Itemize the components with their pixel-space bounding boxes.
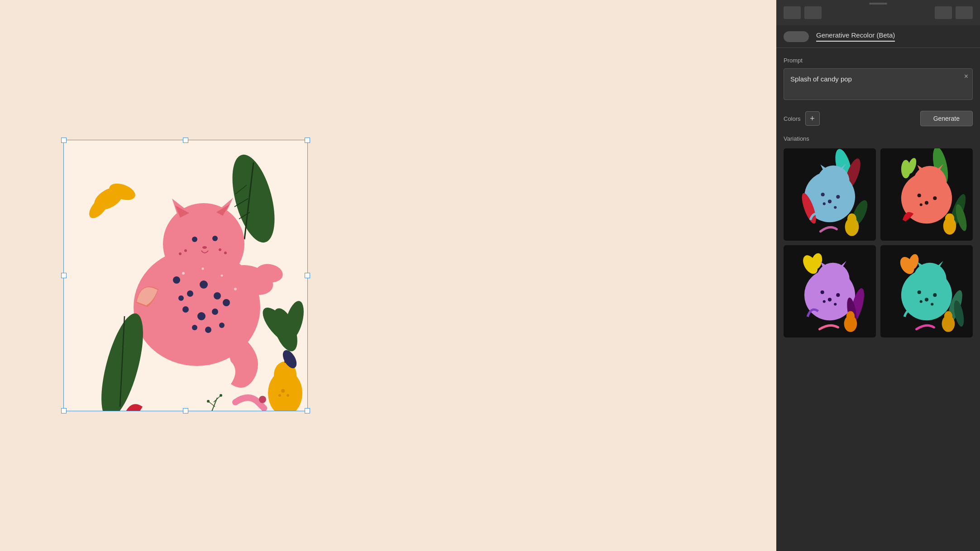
toolbar-btn-3[interactable] (935, 6, 952, 19)
svg-point-98 (828, 298, 832, 301)
generate-button[interactable]: Generate (920, 111, 973, 126)
svg-point-85 (920, 203, 923, 206)
variation-card-4[interactable] (880, 245, 973, 337)
variation-card-3[interactable] (784, 245, 876, 337)
svg-point-97 (821, 290, 824, 294)
svg-point-30 (192, 325, 197, 330)
svg-point-15 (192, 237, 197, 242)
svg-point-28 (212, 309, 218, 315)
svg-point-67 (836, 195, 840, 199)
svg-point-24 (200, 280, 208, 289)
svg-point-22 (173, 276, 180, 284)
toolbar-btn-4[interactable] (956, 6, 973, 19)
clear-prompt-button[interactable]: × (964, 73, 968, 80)
colors-left: Colors + (784, 111, 820, 126)
svg-point-83 (925, 201, 928, 204)
canvas-area (0, 0, 371, 551)
svg-point-23 (187, 290, 193, 297)
toolbar-btn-2[interactable] (804, 6, 822, 19)
svg-point-20 (219, 248, 221, 251)
svg-point-32 (219, 323, 225, 328)
svg-point-73 (847, 214, 856, 224)
generative-recolor-panel: Generative Recolor (Beta) Prompt Splash … (776, 0, 980, 551)
panel-drag-handle[interactable] (869, 3, 887, 5)
svg-point-116 (920, 300, 923, 303)
svg-point-89 (945, 214, 954, 223)
colors-label: Colors (784, 115, 801, 122)
svg-point-101 (834, 303, 837, 306)
svg-point-50 (281, 389, 285, 393)
svg-point-117 (931, 303, 933, 306)
svg-point-46 (259, 396, 266, 403)
svg-point-84 (933, 196, 937, 200)
prompt-input[interactable]: Splash of candy pop (784, 68, 973, 100)
svg-point-100 (823, 300, 826, 303)
svg-point-65 (821, 193, 825, 196)
svg-point-51 (287, 394, 289, 397)
svg-point-54 (182, 272, 185, 275)
svg-point-115 (933, 293, 937, 297)
svg-point-121 (944, 311, 952, 321)
svg-point-57 (234, 288, 237, 290)
svg-point-21 (224, 252, 227, 254)
prompt-input-wrapper: Splash of candy pop × (784, 68, 973, 102)
colors-row: Colors + Generate (784, 111, 973, 126)
prompt-label: Prompt (784, 57, 973, 64)
svg-point-56 (221, 275, 223, 277)
toolbar-left (784, 6, 822, 19)
svg-point-66 (828, 200, 832, 203)
svg-point-99 (836, 293, 840, 297)
svg-point-45 (220, 394, 222, 397)
svg-point-55 (202, 268, 204, 270)
artwork-svg (63, 140, 308, 411)
panel-body: Prompt Splash of candy pop × Colors + Ge… (776, 48, 980, 551)
svg-point-105 (846, 311, 855, 321)
svg-point-26 (182, 306, 189, 313)
panel-tab-bar: Generative Recolor (Beta) (776, 25, 980, 48)
svg-point-19 (179, 252, 182, 255)
variation-card-2[interactable] (880, 148, 973, 241)
svg-point-82 (918, 194, 921, 197)
svg-point-17 (202, 246, 207, 249)
variation-card-1[interactable] (784, 148, 876, 241)
svg-point-52 (278, 394, 281, 397)
svg-point-33 (178, 295, 184, 301)
svg-point-68 (823, 202, 826, 205)
variations-label: Variations (784, 135, 973, 142)
toolbar-btn-1[interactable] (784, 6, 801, 19)
svg-point-27 (197, 312, 206, 320)
tab-toggle[interactable] (784, 31, 809, 42)
add-color-button[interactable]: + (805, 111, 820, 126)
svg-point-18 (184, 249, 187, 252)
svg-point-31 (205, 327, 211, 333)
svg-point-44 (207, 400, 210, 403)
svg-point-25 (214, 292, 221, 299)
variations-grid (784, 148, 973, 337)
tab-generative-recolor[interactable]: Generative Recolor (Beta) (816, 31, 895, 42)
svg-point-16 (212, 236, 218, 241)
svg-point-69 (834, 206, 837, 209)
toolbar-right (935, 6, 973, 19)
svg-point-114 (925, 298, 928, 301)
artwork-container[interactable] (63, 140, 308, 411)
svg-point-29 (223, 299, 230, 306)
svg-point-113 (918, 290, 921, 294)
